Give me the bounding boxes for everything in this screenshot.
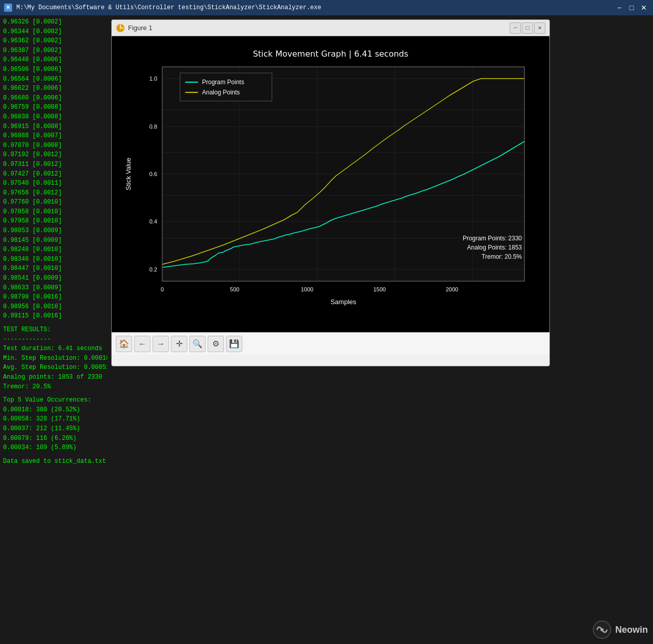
test-results-header: TEST RESULTS: (3, 325, 104, 335)
data-line: 0.96838 [0.0008] (3, 112, 104, 122)
data-line: 0.98346 [0.0010] (3, 255, 104, 264)
saved-message: Data saved to stick_data.txt (3, 457, 104, 466)
figure-icon (116, 23, 125, 33)
data-line: 0.97311 [0.0012] (3, 160, 104, 169)
data-line: 0.98633 [0.0009] (3, 283, 104, 293)
result-item: Test duration: 6.41 seconds (3, 344, 104, 354)
figure-window: Figure 1 − □ ✕ Stick Movement Graph | 6.… (111, 19, 550, 366)
x-axis-label: Samples (331, 298, 357, 306)
data-line: 0.97192 [0.0012] (3, 150, 104, 160)
figure-titlebar: Figure 1 − □ ✕ (112, 20, 549, 36)
window-controls[interactable]: − □ ✕ (614, 3, 649, 13)
data-line: 0.96326 [0.0002] (3, 17, 104, 27)
top5-item: 0.00018: 380 (20.52%) (3, 405, 104, 415)
main-content: 0.96326 [0.0002]0.96344 [0.0002]0.96362 … (0, 15, 653, 644)
data-line: 0.98798 [0.0016] (3, 292, 104, 302)
back-button[interactable]: ← (134, 336, 150, 352)
data-line: 0.96387 [0.0002] (3, 46, 104, 56)
result-item: Analog points: 1853 of 2330 (3, 373, 104, 382)
results-list: Test duration: 6.41 secondsMin. Step Res… (3, 344, 104, 391)
save-button[interactable]: 💾 (226, 336, 242, 352)
svg-rect-26 (180, 73, 272, 101)
result-item: Avg. Step Resolution: 0.00051 (3, 363, 104, 373)
figure-panel: Figure 1 − □ ✕ Stick Movement Graph | 6.… (107, 15, 653, 644)
data-line: 0.96506 [0.0006] (3, 65, 104, 75)
figure-maximize-button[interactable]: □ (522, 22, 533, 34)
legend-program-label: Program Points (202, 79, 244, 86)
svg-text:1500: 1500 (373, 286, 386, 292)
figure-title: Figure 1 (128, 24, 153, 32)
window-title: M:\My Documents\Software & Utils\Control… (16, 4, 321, 11)
top5-item: 0.00037: 212 (11.45%) (3, 424, 104, 434)
data-line: 0.98447 [0.0010] (3, 264, 104, 274)
result-item: Min. Step Resolution: 0.00018 (3, 354, 104, 363)
data-line: 0.96622 [0.0006] (3, 84, 104, 93)
stats-program-points: Program Points: 2330 (463, 235, 522, 242)
data-line: 0.96988 [0.0007] (3, 131, 104, 141)
data-line: 0.97540 [0.0011] (3, 179, 104, 188)
legend-analog-label: Analog Points (202, 89, 240, 96)
divider: ------------- (3, 335, 104, 344)
data-line: 0.96448 [0.0006] (3, 55, 104, 65)
svg-text:0: 0 (161, 286, 164, 292)
svg-point-31 (600, 628, 604, 631)
stats-analog-points: Analog Points: 1853 (467, 244, 522, 251)
data-line: 0.98541 [0.0009] (3, 274, 104, 283)
figure-toolbar: 🏠 ← → ✛ 🔍 ⚙ 💾 (112, 332, 549, 355)
svg-text:2000: 2000 (446, 286, 458, 292)
data-line: 0.98956 [0.0016] (3, 302, 104, 312)
data-line: 0.98053 [0.0009] (3, 226, 104, 236)
forward-button[interactable]: → (153, 336, 169, 352)
figure-close-button[interactable]: ✕ (534, 22, 545, 34)
settings-button[interactable]: ⚙ (208, 336, 224, 352)
results-section: TEST RESULTS: ------------- Test duratio… (3, 325, 104, 466)
result-item: Tremor: 20.5% (3, 382, 104, 392)
app-icon: M (4, 4, 12, 12)
zoom-button[interactable]: 🔍 (189, 336, 206, 352)
data-line: 0.98248 [0.0010] (3, 245, 104, 255)
watermark: Neowin (593, 621, 648, 639)
data-line: 0.97070 [0.0008] (3, 141, 104, 151)
top5-item: 0.00058: 328 (17.71%) (3, 414, 104, 424)
data-line: 0.96915 [0.0008] (3, 122, 104, 132)
svg-text:1000: 1000 (301, 286, 313, 292)
data-line: 0.97760 [0.0010] (3, 197, 104, 207)
data-line: 0.96680 [0.0006] (3, 93, 104, 103)
top5-item: 0.00034: 109 (5.89%) (3, 443, 104, 453)
data-line: 0.96759 [0.0008] (3, 103, 104, 112)
data-lines: 0.96326 [0.0002]0.96344 [0.0002]0.96362 … (3, 17, 104, 321)
top5-item: 0.00079: 116 (6.26%) (3, 434, 104, 443)
data-line: 0.97858 [0.0010] (3, 207, 104, 217)
data-line: 0.96344 [0.0002] (3, 27, 104, 37)
svg-text:1.0: 1.0 (149, 76, 157, 82)
svg-text:0.2: 0.2 (149, 266, 157, 273)
pan-button[interactable]: ✛ (171, 336, 187, 352)
data-line: 0.99115 [0.0016] (3, 311, 104, 321)
chart-svg: Stick Movement Graph | 6.41 seconds (121, 41, 540, 327)
chart-title: Stick Movement Graph | 6.41 seconds (253, 49, 409, 59)
data-line: 0.97656 [0.0012] (3, 188, 104, 198)
figure-title-left: Figure 1 (116, 23, 153, 33)
data-line: 0.96564 [0.0006] (3, 75, 104, 84)
top5-header: Top 5 Value Occurrences: (3, 395, 104, 405)
data-line: 0.97958 [0.0010] (3, 216, 104, 226)
maximize-button[interactable]: □ (626, 3, 637, 13)
data-line: 0.98145 [0.0009] (3, 236, 104, 245)
figure-window-controls[interactable]: − □ ✕ (510, 22, 545, 34)
title-bar: M M:\My Documents\Software & Utils\Contr… (0, 0, 653, 15)
title-bar-left: M M:\My Documents\Software & Utils\Contr… (4, 4, 321, 12)
console-panel: 0.96326 [0.0002]0.96344 [0.0002]0.96362 … (0, 15, 107, 644)
data-line: 0.96362 [0.0002] (3, 36, 104, 46)
stats-tremor: Tremor: 20.5% (482, 253, 522, 260)
figure-minimize-button[interactable]: − (510, 22, 521, 34)
svg-text:0.4: 0.4 (149, 218, 157, 225)
svg-text:0.6: 0.6 (149, 171, 157, 177)
watermark-logo (593, 621, 611, 639)
watermark-text: Neowin (615, 625, 648, 635)
home-button[interactable]: 🏠 (116, 336, 132, 352)
close-button[interactable]: ✕ (639, 3, 649, 13)
svg-text:0.8: 0.8 (149, 123, 157, 130)
minimize-button[interactable]: − (614, 3, 624, 13)
data-line: 0.97427 [0.0012] (3, 169, 104, 179)
y-axis-label: Stick Value (124, 158, 132, 190)
